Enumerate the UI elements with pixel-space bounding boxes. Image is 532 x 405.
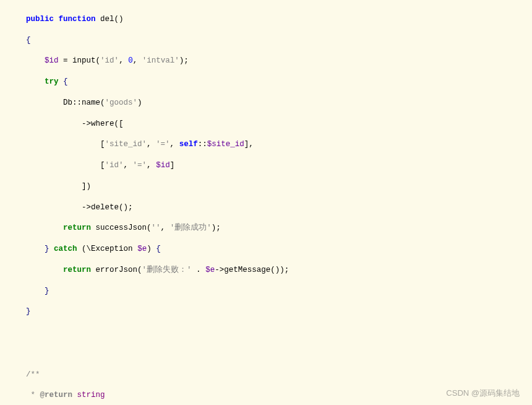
keyword-function: function [59, 15, 96, 24]
variable: $id [45, 56, 59, 65]
code-line: ->delete(); [0, 202, 532, 213]
code-line: } [0, 307, 532, 317]
code-line: ['site_id', '=', self::$site_id], [0, 139, 532, 150]
keyword-catch: catch [54, 245, 77, 253]
keyword-try: try [45, 77, 59, 86]
code-line: return successJson('', '删除成功'); [0, 223, 532, 233]
code-line: } catch (\Exception $e) { [0, 244, 532, 255]
code-line: try { [0, 77, 532, 87]
code-block: public function del() { $id = input('id'… [0, 0, 532, 405]
code-line: return errorJson('删除失败：' . $e->getMessag… [0, 265, 532, 276]
watermark-text: CSDN @源码集结地 [446, 388, 520, 399]
code-line [0, 349, 532, 359]
code-line: ->where([ [0, 119, 532, 129]
function-name: del [100, 15, 114, 24]
code-line: ]) [0, 181, 532, 192]
keyword-return: return [63, 224, 91, 232]
docblock-open: /** [0, 370, 532, 380]
keyword-public: public [26, 15, 54, 24]
code-line: ['id', '=', $id] [0, 160, 532, 171]
code-line: $id = input('id', 0, 'intval'); [0, 56, 532, 66]
code-line: public function del() [0, 14, 532, 25]
code-line: } [0, 286, 532, 297]
code-line: Db::name('goods') [0, 98, 532, 108]
code-line: { [0, 35, 532, 46]
code-line [0, 328, 532, 338]
